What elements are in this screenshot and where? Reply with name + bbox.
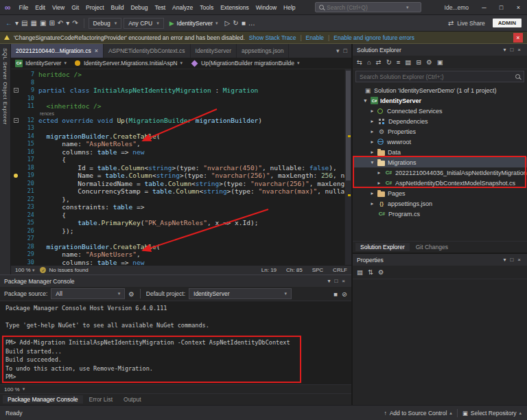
code-line[interactable]: 15 name: "AspNetRoles", bbox=[11, 140, 344, 148]
issues-indicator[interactable]: ✓ No issues found bbox=[40, 267, 88, 273]
code-line[interactable]: 22 }, bbox=[11, 196, 344, 204]
editor-tab-4[interactable]: appsettings.json bbox=[237, 44, 289, 58]
code-line[interactable]: 21 ConcurrencyStamp = table.Column<strin… bbox=[11, 187, 344, 196]
editor-tab-3[interactable]: IdentityServer bbox=[191, 44, 237, 58]
chevron-right-icon[interactable]: ▸ bbox=[369, 149, 375, 155]
tree-item-3[interactable]: ▸Dependencies bbox=[353, 116, 527, 126]
close-icon[interactable]: × bbox=[515, 47, 523, 53]
switch-views-icon[interactable]: ⇆ bbox=[357, 58, 362, 66]
maximize-icon[interactable]: □ bbox=[493, 0, 510, 14]
preview-icon[interactable]: ▣ bbox=[437, 58, 443, 66]
menu-git[interactable]: Git bbox=[68, 4, 82, 11]
solution-explorer-title-bar[interactable]: Solution Explorer ▾□× bbox=[353, 44, 527, 56]
code-line[interactable]: 9partial class InitialAspNetIdentityMigr… bbox=[11, 86, 344, 95]
tree-item-5[interactable]: ▸wwwroot bbox=[353, 137, 527, 147]
close-icon[interactable]: × bbox=[340, 278, 347, 284]
tree-item-8[interactable]: ▸C#20221210044036_InitialAspNetIdentityM… bbox=[353, 167, 527, 178]
maximize-icon[interactable]: □ bbox=[508, 47, 515, 53]
spaces-indicator[interactable]: SPC bbox=[312, 267, 323, 273]
start-debugging-button[interactable]: ▶ IdentityServer ▾ bbox=[166, 17, 222, 30]
tree-item-11[interactable]: ▸{}appsettings.json bbox=[353, 198, 527, 209]
search-input[interactable] bbox=[327, 4, 403, 11]
code-line[interactable]: 24 { bbox=[11, 211, 344, 220]
window-layout-icon[interactable]: □ bbox=[344, 47, 347, 54]
code-line[interactable]: 7heritdoc /> bbox=[11, 71, 344, 79]
console-title-bar[interactable]: Package Manager Console ▾□× bbox=[0, 275, 351, 287]
tree-item-0[interactable]: ▣Solution 'IdentityServerDemo' (1 of 1 p… bbox=[353, 85, 527, 95]
show-stack-trace-link[interactable]: Show Stack Trace bbox=[249, 34, 296, 41]
menu-extensions[interactable]: Extensions bbox=[217, 4, 253, 11]
undo-icon[interactable]: ↶ bbox=[56, 19, 65, 27]
alphabetical-icon[interactable]: ⇅ bbox=[368, 268, 373, 276]
tree-item-12[interactable]: C#Program.cs bbox=[353, 209, 527, 219]
new-file-icon[interactable]: ▤ bbox=[20, 19, 29, 27]
more-commands-icon[interactable]: … bbox=[247, 19, 257, 27]
close-icon[interactable]: × bbox=[95, 47, 98, 54]
editor-tab-1[interactable]: 202212100440...Migration.cs× bbox=[11, 44, 104, 58]
solution-platform-dropdown[interactable]: Any CPU▾ bbox=[124, 18, 163, 29]
clear-console-icon[interactable]: ⊘ bbox=[342, 290, 347, 298]
properties-title-bar[interactable]: Properties ▾□× bbox=[353, 254, 527, 266]
categorized-icon[interactable]: ▤ bbox=[357, 268, 363, 276]
gear-icon[interactable]: ⚙ bbox=[128, 290, 134, 298]
editor-zoom-dropdown[interactable]: 100 % ▾ bbox=[15, 267, 34, 273]
tree-item-7[interactable]: ▾Migrations bbox=[353, 157, 527, 167]
dropdown-icon[interactable]: ▾ bbox=[325, 278, 332, 284]
stop-icon[interactable]: ■ bbox=[333, 290, 338, 298]
chevron-down-icon[interactable]: ▾ bbox=[369, 159, 375, 165]
redo-icon[interactable]: ↷ bbox=[71, 19, 79, 27]
code-line[interactable]: 19 Name = table.Column<string>(type: "nv… bbox=[11, 172, 344, 180]
chevron-right-icon[interactable]: ▸ bbox=[369, 108, 375, 114]
select-repository-button[interactable]: ▣ Select Repository ▴ bbox=[462, 410, 522, 417]
console-zoom-dropdown[interactable]: 100 % bbox=[4, 386, 20, 393]
back-icon[interactable]: ← bbox=[4, 19, 14, 27]
tree-item-2[interactable]: ▸Connected Services bbox=[353, 106, 527, 116]
breadcrumb-item-2[interactable]: IdentityServer.Migrations.InitialAspN▾ bbox=[75, 60, 183, 67]
chevron-right-icon[interactable]: ▸ bbox=[369, 139, 375, 145]
property-pages-icon[interactable]: ⚙ bbox=[378, 268, 384, 276]
chevron-right-icon[interactable]: ▸ bbox=[369, 190, 375, 196]
editor-tab-2[interactable]: ASPNETidentityDbContext.cs bbox=[104, 44, 191, 58]
open-file-icon[interactable]: ▦ bbox=[29, 19, 38, 27]
close-icon[interactable]: × bbox=[513, 33, 523, 43]
line-ending-indicator[interactable]: CRLF bbox=[333, 267, 347, 273]
chevron-down-icon[interactable]: ▾ bbox=[362, 97, 368, 104]
menu-project[interactable]: Project bbox=[82, 4, 107, 11]
tree-item-10[interactable]: ▸Pages bbox=[353, 188, 527, 198]
maximize-icon[interactable]: □ bbox=[332, 278, 340, 284]
explorer-tab-1[interactable]: Solution Explorer bbox=[355, 243, 410, 251]
sync-icon[interactable]: ⇄ bbox=[376, 58, 382, 66]
tree-item-9[interactable]: ▸C#AspNetIdentityDbContextModelSnapshot.… bbox=[353, 178, 527, 188]
code-line[interactable]: 27 bbox=[11, 235, 344, 243]
code-line[interactable]: 13 bbox=[11, 124, 344, 132]
collapse-all-icon[interactable]: ⊟ bbox=[416, 58, 421, 66]
live-share-button[interactable]: ⇄ Live Share bbox=[447, 19, 485, 27]
tree-item-4[interactable]: ▸⚙Properties bbox=[353, 126, 527, 137]
bottom-tab-3[interactable]: Output bbox=[119, 395, 146, 404]
menu-file[interactable]: File bbox=[16, 4, 32, 11]
fold-icon[interactable] bbox=[14, 118, 19, 123]
home-icon[interactable]: ⌂ bbox=[367, 58, 371, 66]
chevron-right-icon[interactable]: ▸ bbox=[376, 170, 382, 176]
lightbulb-icon[interactable] bbox=[14, 174, 18, 178]
dropdown-icon[interactable]: ▾ bbox=[501, 257, 508, 263]
code-line[interactable]: 16 columns: table => new bbox=[11, 148, 344, 156]
solution-explorer-search-input[interactable] bbox=[360, 73, 513, 80]
bottom-tab-2[interactable]: Error List bbox=[84, 395, 117, 404]
properties-icon[interactable]: ⚙ bbox=[426, 58, 432, 66]
menu-build[interactable]: Build bbox=[108, 4, 128, 11]
breadcrumb-item-1[interactable]: C#IdentityServer▾ bbox=[15, 60, 67, 67]
chevron-right-icon[interactable]: ▸ bbox=[376, 180, 382, 186]
menu-edit[interactable]: Edit bbox=[32, 4, 49, 11]
fold-icon[interactable] bbox=[14, 88, 19, 93]
code-line[interactable]: 28 migrationBuilder.CreateTable( bbox=[11, 243, 344, 251]
close-icon[interactable]: × bbox=[515, 257, 523, 263]
code-line[interactable]: 20 NormalizedName = table.Column<string>… bbox=[11, 180, 344, 188]
solution-configuration-dropdown[interactable]: Debug▾ bbox=[89, 18, 122, 29]
code-line[interactable]: 30 columns: table => new bbox=[11, 259, 344, 266]
break-all-icon[interactable]: ■ bbox=[240, 19, 247, 27]
nest-icon[interactable]: ≡ bbox=[397, 58, 401, 66]
codelens-references[interactable]: rences bbox=[11, 110, 344, 117]
menu-tools[interactable]: Tools bbox=[196, 4, 217, 11]
save-all-icon[interactable]: ⊞ bbox=[47, 19, 56, 27]
